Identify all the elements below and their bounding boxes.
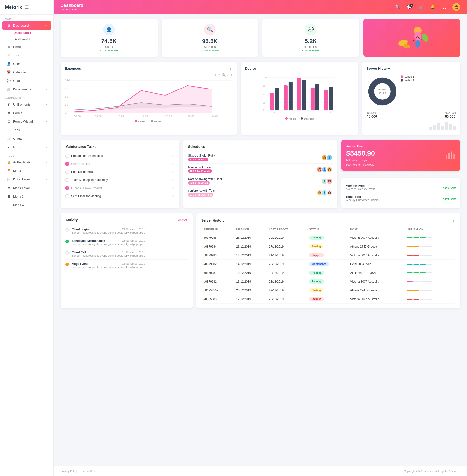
table-row: #0879981 10/12/2019 18/12/2019 Running A… bbox=[201, 268, 455, 277]
activity-date-1: 24 November 2019 bbox=[122, 228, 145, 231]
messages-button[interactable]: 💬 9 bbox=[405, 3, 413, 11]
toolbar-icon1[interactable]: ⊙ bbox=[213, 73, 216, 77]
svg-point-4 bbox=[415, 40, 420, 48]
task-check-6[interactable] bbox=[65, 194, 69, 198]
auth-icon: 🔒 bbox=[7, 161, 11, 164]
chevron-right-icon: › bbox=[46, 178, 47, 181]
sidebar-item-email[interactable]: ✉ Email › bbox=[2, 43, 52, 51]
toolbar-icon5[interactable]: ≡ bbox=[231, 73, 233, 77]
util-seg-2 bbox=[413, 281, 419, 282]
status-badge: Running bbox=[309, 236, 324, 240]
activity-item-3: Client Call 19 November 2019 Bonbon maca… bbox=[65, 248, 188, 260]
sidebar-item-menu4[interactable]: ☰ Menu 4 bbox=[2, 201, 52, 209]
asia-data-label: ASIA Data bbox=[444, 112, 456, 114]
calendar-icon: 📅 bbox=[7, 71, 11, 74]
stat-card-sessions: 🔍 95.5K Sessions ▲ 22%Increased bbox=[162, 19, 259, 57]
cell-server-id: #0879982 bbox=[201, 260, 234, 268]
sidebar-item-forms-wizard[interactable]: ⊡ Forms Wizard › bbox=[2, 118, 52, 125]
schedule-item-3: Data Analysing with Client 02:00 Pm Afri… bbox=[188, 175, 333, 187]
activity-desc-2: Bonbon macaroon jelly beans gummi bears … bbox=[72, 243, 145, 246]
device-menu-icon[interactable]: ⋮ bbox=[350, 66, 354, 71]
svg-text:30: 30 bbox=[65, 103, 68, 106]
col-server-id: Server ID bbox=[201, 226, 234, 233]
schedule-name-3: Data Analysing with Client bbox=[188, 177, 323, 181]
sidebar-item-extra-pages[interactable]: 📄 Extra Pages › bbox=[2, 175, 52, 183]
sidebar-item-dashboard2[interactable]: Dashboard 2 bbox=[11, 36, 53, 42]
cart-button[interactable]: 🛒 bbox=[417, 3, 425, 11]
search-button[interactable]: 🔍 bbox=[394, 3, 402, 11]
privacy-policy-link[interactable]: Privacy Policy bbox=[61, 470, 77, 473]
profit-row-2: Total Profit Weekly Customer Orders +168… bbox=[346, 193, 456, 204]
sidebar-item-ecommerce[interactable]: 🛒 E-commerce › bbox=[2, 85, 52, 93]
util-seg-2 bbox=[413, 272, 419, 273]
notifications-button[interactable]: 🔔 bbox=[429, 3, 437, 11]
task-item: Print Documents ⊙ bbox=[65, 168, 174, 176]
task-check-2[interactable]: ✓ bbox=[65, 162, 69, 166]
logo: Metorik ☰ bbox=[0, 0, 53, 15]
sidebar-item-menu-level[interactable]: ≡ Menu Level › bbox=[2, 184, 52, 192]
task-check-1[interactable] bbox=[65, 154, 69, 158]
sidebar-item-calendar[interactable]: 📅 Calendar bbox=[2, 68, 52, 76]
server-history-chart-card: Server History ⋮ 55.6% 44.4% bbox=[362, 62, 460, 135]
toolbar-icon4[interactable]: ⌂ bbox=[227, 73, 229, 77]
task-check-3[interactable] bbox=[65, 170, 69, 174]
cell-host: Athens 2745 Greece bbox=[348, 242, 404, 251]
sidebar-item-user[interactable]: 👤 User › bbox=[2, 60, 52, 68]
wizard-icon: ⊡ bbox=[7, 120, 11, 123]
util-bar bbox=[407, 263, 453, 264]
sidebar-item-todo[interactable]: ☑ Todo bbox=[2, 51, 52, 59]
footer-links: Privacy Policy Terms of Use bbox=[61, 470, 99, 473]
donut-section: 55.6% 44.4% series-1 series-2 bbox=[366, 73, 456, 110]
sidebar-item-dashboard1[interactable]: Dashboard 1 bbox=[11, 30, 53, 36]
svg-text:90: 90 bbox=[263, 85, 265, 87]
payment-label: Payment for next week bbox=[346, 163, 455, 166]
sidebar-item-authentication[interactable]: 🔒 Authentication › bbox=[2, 158, 52, 166]
view-all-button[interactable]: View All bbox=[177, 218, 188, 222]
profit-title-2: Total Profit bbox=[346, 195, 378, 199]
chevron-down-icon: ▾ bbox=[45, 24, 47, 27]
task-end-5[interactable]: ⊙ bbox=[172, 186, 174, 190]
amount-due-card: Amount Due $5450.90 Milestone Completed … bbox=[341, 140, 460, 171]
task-end-4[interactable]: ⊙ bbox=[172, 178, 174, 182]
task-end-3[interactable]: ⊙ bbox=[172, 170, 174, 174]
sidebar-item-forms[interactable]: ≡ Forms › bbox=[2, 109, 52, 117]
activity-desc-3: Bonbon macaroon jelly beans gummi bears … bbox=[72, 254, 145, 257]
toolbar-icon2[interactable]: ⊙ bbox=[218, 73, 220, 77]
col-last-reboot: Last Reboot bbox=[266, 226, 307, 233]
expenses-menu-icon[interactable]: ⋮ bbox=[229, 66, 233, 71]
fullscreen-button[interactable]: ⛶ bbox=[441, 3, 448, 11]
sidebar-item-ui-elements[interactable]: ◧ UI Elements › bbox=[2, 100, 52, 109]
util-bar bbox=[407, 290, 453, 291]
cell-status: Maintenance bbox=[307, 260, 348, 268]
sidebar-item-label: UI Elements bbox=[13, 103, 30, 106]
task-end-1[interactable]: ⊙ bbox=[172, 154, 174, 158]
sidebar-item-dashboard[interactable]: ⊞ Dashboard ▾ bbox=[2, 22, 52, 29]
toolbar-icon3[interactable]: 🔍 bbox=[222, 73, 226, 77]
hamburger-icon[interactable]: ☰ bbox=[25, 5, 28, 10]
sidebar-item-chat[interactable]: 💬 Chat bbox=[2, 77, 52, 85]
server-history-menu-icon[interactable]: ⋮ bbox=[452, 66, 456, 71]
schedule-avatars-3: 👤 👩 bbox=[323, 178, 333, 184]
sidebar-item-menu3[interactable]: ☰ Menu 3 bbox=[2, 192, 52, 200]
terms-link[interactable]: Terms of Use bbox=[80, 470, 96, 473]
schedule-left-4: conference with Team 03:30 Am Australia bbox=[188, 189, 318, 197]
chevron-right-icon: › bbox=[46, 146, 47, 149]
sidebar-item-icons[interactable]: ★ Icons › bbox=[2, 143, 52, 151]
sessions-stat-icon: 🔍 bbox=[204, 24, 216, 35]
sidebar-item-maps[interactable]: 📍 Maps bbox=[2, 167, 52, 175]
svg-text:2: 2 bbox=[291, 112, 292, 114]
svg-text:120: 120 bbox=[263, 76, 267, 78]
sidebar-item-charts[interactable]: 📊 Charts › bbox=[2, 135, 52, 143]
sidebar-item-table[interactable]: ⊟ Table › bbox=[2, 126, 52, 134]
mini-bar-4 bbox=[441, 125, 444, 130]
server-table-menu-icon[interactable]: ⋮ bbox=[451, 218, 455, 223]
task-check-5[interactable]: ✓ bbox=[65, 186, 69, 190]
task-end-6[interactable]: ⊙ bbox=[172, 194, 174, 198]
util-seg-1 bbox=[407, 255, 413, 256]
task-end-2[interactable]: ⊙ bbox=[172, 162, 174, 166]
util-seg-1 bbox=[407, 263, 413, 264]
legend-series1-item: series-1 bbox=[401, 75, 414, 78]
task-check-4[interactable] bbox=[65, 178, 69, 182]
svg-text:60: 60 bbox=[263, 93, 265, 96]
avatar[interactable]: 👩 bbox=[452, 3, 460, 11]
